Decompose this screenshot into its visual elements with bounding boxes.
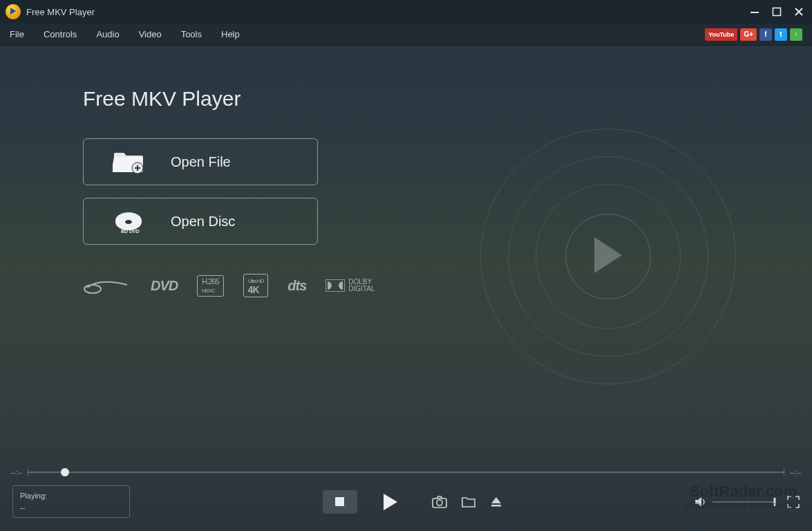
play-visual	[480, 129, 736, 384]
open-file-label: Open File	[171, 154, 231, 170]
facebook-link[interactable]: f	[759, 28, 772, 41]
format-4k: Ultra HD4K	[243, 274, 269, 297]
open-disc-button[interactable]: BD DVD Open Disc	[83, 198, 318, 245]
time-elapsed: --:--	[11, 469, 22, 476]
svg-rect-0	[750, 12, 759, 13]
format-h265: H.265HEVC	[197, 275, 223, 297]
svg-point-6	[84, 285, 101, 293]
seek-track[interactable]	[28, 472, 784, 473]
time-remaining: --:--	[790, 469, 801, 476]
format-dvd: DVD	[151, 278, 178, 294]
menu-tools[interactable]: Tools	[181, 29, 202, 39]
app-icon	[6, 4, 21, 19]
seek-bar[interactable]: --:-- --:--	[11, 466, 801, 478]
now-playing-label: Playing:	[20, 490, 122, 502]
format-bluray	[83, 277, 131, 295]
volume-control[interactable]	[695, 496, 775, 507]
play-icon	[594, 237, 622, 273]
youtube-label: YouTube	[708, 31, 734, 38]
headline: Free MKV Player	[83, 87, 812, 111]
stop-button[interactable]	[323, 490, 357, 514]
svg-point-9	[437, 500, 442, 505]
format-dts: dts	[287, 278, 306, 294]
now-playing-box: Playing: --	[12, 485, 130, 518]
menu-audio[interactable]: Audio	[96, 29, 119, 39]
twitter-link[interactable]: t	[775, 28, 787, 41]
menu-video[interactable]: Video	[139, 29, 162, 39]
folder-add-icon	[111, 149, 146, 175]
snapshot-button[interactable]	[432, 496, 447, 508]
youtube-link[interactable]: YouTube	[705, 28, 737, 41]
menu-controls[interactable]: Controls	[44, 29, 77, 39]
eject-button[interactable]	[490, 496, 502, 508]
disc-icon: BD DVD	[111, 207, 146, 236]
volume-thumb[interactable]	[774, 498, 776, 506]
volume-icon	[695, 496, 707, 507]
volume-track[interactable]	[712, 501, 775, 503]
open-folder-button[interactable]	[461, 496, 476, 508]
stop-icon	[335, 497, 344, 506]
seek-thumb[interactable]	[61, 468, 69, 476]
menu-help[interactable]: Help	[221, 29, 240, 39]
svg-rect-1	[773, 8, 781, 16]
app-title: Free MKV Player	[26, 7, 95, 17]
fullscreen-button[interactable]	[787, 496, 800, 508]
maximize-button[interactable]	[772, 7, 782, 17]
main-area: Free MKV Player Open File BD DVD Open Di…	[0, 46, 812, 466]
svg-rect-10	[491, 505, 501, 507]
format-dolby: DOLBYDIGITAL	[325, 279, 375, 292]
menu-file[interactable]: File	[10, 29, 24, 39]
googleplus-link[interactable]: G+	[740, 28, 757, 41]
menubar: File Controls Audio Video Tools Help You…	[0, 24, 812, 46]
open-file-button[interactable]: Open File	[83, 138, 318, 185]
upload-link[interactable]: ↑	[790, 28, 802, 41]
svg-point-4	[125, 220, 132, 224]
play-icon	[384, 494, 397, 510]
play-button[interactable]	[370, 490, 408, 514]
minimize-button[interactable]	[750, 7, 759, 17]
titlebar: Free MKV Player	[0, 0, 812, 24]
close-button[interactable]	[794, 7, 804, 17]
open-disc-label: Open Disc	[171, 214, 235, 230]
svg-text:BD DVD: BD DVD	[121, 229, 140, 234]
now-playing-value: --	[20, 502, 122, 514]
control-bar: Playing: --	[0, 478, 812, 528]
